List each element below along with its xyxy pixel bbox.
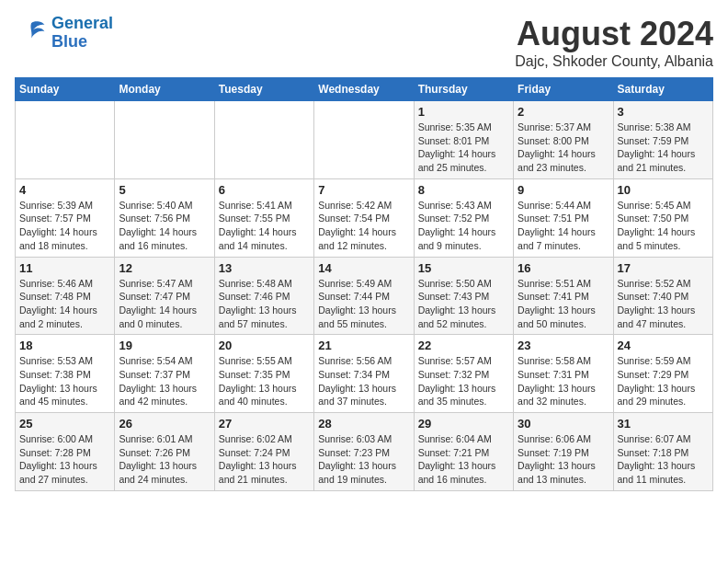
day-number: 2 xyxy=(518,105,609,119)
day-info: Sunrise: 5:35 AMSunset: 8:01 PMDaylight:… xyxy=(418,121,509,175)
calendar-cell: 17Sunrise: 5:52 AMSunset: 7:40 PMDayligh… xyxy=(613,257,712,335)
day-info: Sunrise: 5:40 AMSunset: 7:56 PMDaylight:… xyxy=(119,199,210,253)
calendar-cell xyxy=(214,101,313,179)
calendar-cell xyxy=(16,101,115,179)
day-info: Sunrise: 5:38 AMSunset: 7:59 PMDaylight:… xyxy=(618,121,709,175)
day-info: Sunrise: 5:46 AMSunset: 7:48 PMDaylight:… xyxy=(19,277,110,331)
day-number: 24 xyxy=(618,339,709,352)
calendar-cell: 1Sunrise: 5:35 AMSunset: 8:01 PMDaylight… xyxy=(414,101,513,179)
week-row-5: 25Sunrise: 6:00 AMSunset: 7:28 PMDayligh… xyxy=(16,413,713,491)
calendar-cell: 18Sunrise: 5:53 AMSunset: 7:38 PMDayligh… xyxy=(16,335,115,413)
week-row-1: 1Sunrise: 5:35 AMSunset: 8:01 PMDaylight… xyxy=(16,101,713,179)
calendar-cell: 21Sunrise: 5:56 AMSunset: 7:34 PMDayligh… xyxy=(314,335,414,413)
day-number: 21 xyxy=(318,339,409,352)
weekday-header-saturday: Saturday xyxy=(613,78,712,101)
calendar-cell: 31Sunrise: 6:07 AMSunset: 7:18 PMDayligh… xyxy=(613,413,712,491)
day-info: Sunrise: 6:03 AMSunset: 7:23 PMDaylight:… xyxy=(318,432,409,487)
day-number: 1 xyxy=(418,105,509,119)
day-info: Sunrise: 5:43 AMSunset: 7:52 PMDaylight:… xyxy=(418,199,509,253)
calendar-cell: 29Sunrise: 6:04 AMSunset: 7:21 PMDayligh… xyxy=(414,413,513,491)
calendar-title: August 2024 xyxy=(515,15,713,53)
calendar-cell: 3Sunrise: 5:38 AMSunset: 7:59 PMDaylight… xyxy=(613,101,712,179)
day-number: 26 xyxy=(119,417,210,431)
weekday-header-monday: Monday xyxy=(115,78,214,101)
day-info: Sunrise: 6:07 AMSunset: 7:18 PMDaylight:… xyxy=(618,432,709,487)
calendar-cell: 13Sunrise: 5:48 AMSunset: 7:46 PMDayligh… xyxy=(214,257,313,335)
calendar-cell: 27Sunrise: 6:02 AMSunset: 7:24 PMDayligh… xyxy=(214,413,313,491)
day-info: Sunrise: 5:56 AMSunset: 7:34 PMDaylight:… xyxy=(318,354,409,408)
day-number: 11 xyxy=(19,261,110,275)
day-info: Sunrise: 6:01 AMSunset: 7:26 PMDaylight:… xyxy=(119,432,210,487)
day-info: Sunrise: 5:51 AMSunset: 7:41 PMDaylight:… xyxy=(518,277,609,331)
day-info: Sunrise: 5:44 AMSunset: 7:51 PMDaylight:… xyxy=(518,199,609,253)
title-section: August 2024 Dajc, Shkoder County, Albani… xyxy=(515,15,713,70)
calendar-cell: 14Sunrise: 5:49 AMSunset: 7:44 PMDayligh… xyxy=(314,257,414,335)
day-number: 4 xyxy=(19,183,110,197)
day-number: 9 xyxy=(518,183,609,197)
day-number: 16 xyxy=(518,261,609,275)
calendar-cell: 25Sunrise: 6:00 AMSunset: 7:28 PMDayligh… xyxy=(16,413,115,491)
day-info: Sunrise: 5:41 AMSunset: 7:55 PMDaylight:… xyxy=(219,199,310,253)
calendar-cell: 6Sunrise: 5:41 AMSunset: 7:55 PMDaylight… xyxy=(214,178,313,257)
calendar-cell: 30Sunrise: 6:06 AMSunset: 7:19 PMDayligh… xyxy=(514,413,613,491)
day-number: 28 xyxy=(318,417,409,431)
calendar-cell: 16Sunrise: 5:51 AMSunset: 7:41 PMDayligh… xyxy=(514,257,613,335)
day-info: Sunrise: 5:37 AMSunset: 8:00 PMDaylight:… xyxy=(518,121,609,175)
weekday-header-tuesday: Tuesday xyxy=(214,78,313,101)
day-info: Sunrise: 5:57 AMSunset: 7:32 PMDaylight:… xyxy=(418,354,509,408)
day-number: 18 xyxy=(19,339,110,352)
day-info: Sunrise: 6:04 AMSunset: 7:21 PMDaylight:… xyxy=(418,432,509,487)
calendar-cell: 9Sunrise: 5:44 AMSunset: 7:51 PMDaylight… xyxy=(514,178,613,257)
logo-blue: Blue xyxy=(51,33,113,52)
calendar-cell: 5Sunrise: 5:40 AMSunset: 7:56 PMDaylight… xyxy=(115,178,214,257)
day-info: Sunrise: 5:59 AMSunset: 7:29 PMDaylight:… xyxy=(618,354,709,408)
calendar-cell: 26Sunrise: 6:01 AMSunset: 7:26 PMDayligh… xyxy=(115,413,214,491)
day-number: 7 xyxy=(318,183,409,197)
day-info: Sunrise: 5:49 AMSunset: 7:44 PMDaylight:… xyxy=(318,277,409,331)
weekday-header-row: SundayMondayTuesdayWednesdayThursdayFrid… xyxy=(16,78,713,101)
day-info: Sunrise: 5:42 AMSunset: 7:54 PMDaylight:… xyxy=(318,199,409,253)
day-number: 12 xyxy=(119,261,210,275)
day-info: Sunrise: 5:50 AMSunset: 7:43 PMDaylight:… xyxy=(418,277,509,331)
calendar-cell: 4Sunrise: 5:39 AMSunset: 7:57 PMDaylight… xyxy=(16,178,115,257)
calendar-cell: 11Sunrise: 5:46 AMSunset: 7:48 PMDayligh… xyxy=(16,257,115,335)
logo-general: General xyxy=(51,14,113,32)
day-number: 27 xyxy=(219,417,310,431)
day-info: Sunrise: 5:45 AMSunset: 7:50 PMDaylight:… xyxy=(618,199,709,253)
calendar-body: 1Sunrise: 5:35 AMSunset: 8:01 PMDaylight… xyxy=(16,101,713,491)
day-info: Sunrise: 5:48 AMSunset: 7:46 PMDaylight:… xyxy=(219,277,310,331)
calendar-table: SundayMondayTuesdayWednesdayThursdayFrid… xyxy=(15,77,713,491)
day-number: 31 xyxy=(618,417,709,431)
logo-icon xyxy=(15,17,48,50)
day-info: Sunrise: 5:55 AMSunset: 7:35 PMDaylight:… xyxy=(219,354,310,408)
weekday-header-wednesday: Wednesday xyxy=(314,78,414,101)
day-info: Sunrise: 5:53 AMSunset: 7:38 PMDaylight:… xyxy=(19,354,110,408)
day-number: 20 xyxy=(219,339,310,352)
calendar-cell xyxy=(314,101,414,179)
day-number: 23 xyxy=(518,339,609,352)
day-info: Sunrise: 5:52 AMSunset: 7:40 PMDaylight:… xyxy=(618,277,709,331)
calendar-cell: 19Sunrise: 5:54 AMSunset: 7:37 PMDayligh… xyxy=(115,335,214,413)
calendar-cell: 22Sunrise: 5:57 AMSunset: 7:32 PMDayligh… xyxy=(414,335,513,413)
day-info: Sunrise: 6:02 AMSunset: 7:24 PMDaylight:… xyxy=(219,432,310,487)
calendar-cell: 28Sunrise: 6:03 AMSunset: 7:23 PMDayligh… xyxy=(314,413,414,491)
day-number: 6 xyxy=(219,183,310,197)
calendar-subtitle: Dajc, Shkoder County, Albania xyxy=(515,53,713,70)
day-number: 29 xyxy=(418,417,509,431)
day-number: 19 xyxy=(119,339,210,352)
calendar-cell: 15Sunrise: 5:50 AMSunset: 7:43 PMDayligh… xyxy=(414,257,513,335)
day-number: 3 xyxy=(618,105,709,119)
weekday-header-thursday: Thursday xyxy=(414,78,513,101)
day-info: Sunrise: 5:54 AMSunset: 7:37 PMDaylight:… xyxy=(119,354,210,408)
day-number: 30 xyxy=(518,417,609,431)
week-row-2: 4Sunrise: 5:39 AMSunset: 7:57 PMDaylight… xyxy=(16,178,713,257)
day-number: 17 xyxy=(618,261,709,275)
logo-text: General xyxy=(51,15,113,33)
day-number: 8 xyxy=(418,183,509,197)
calendar-cell: 12Sunrise: 5:47 AMSunset: 7:47 PMDayligh… xyxy=(115,257,214,335)
logo: General Blue xyxy=(15,15,113,52)
weekday-header-sunday: Sunday xyxy=(16,78,115,101)
day-number: 14 xyxy=(318,261,409,275)
calendar-cell: 23Sunrise: 5:58 AMSunset: 7:31 PMDayligh… xyxy=(514,335,613,413)
day-info: Sunrise: 6:00 AMSunset: 7:28 PMDaylight:… xyxy=(19,432,110,487)
